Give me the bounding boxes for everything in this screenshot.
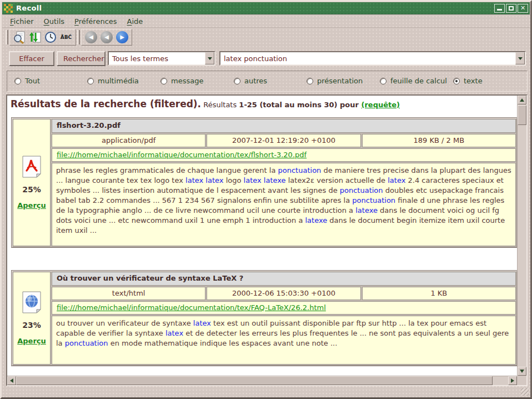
result-date: 2000-12-06 15:03:30 +0100 <box>207 287 360 300</box>
sort-parameters-icon <box>28 31 42 44</box>
highlighted-term: ponctuation <box>65 339 108 347</box>
results-area: Résultats de la recherche (filtered). Ré… <box>6 94 528 386</box>
result-snippet: ou trouver un verificateur de syntaxe la… <box>52 316 516 365</box>
scroll-right-button[interactable] <box>508 376 517 385</box>
search-query-input[interactable]: latex ponctuation <box>219 51 526 66</box>
search-query-value: latex ponctuation <box>220 54 515 63</box>
chevron-down-icon[interactable] <box>205 52 214 64</box>
filter-radio-feuille-de-calcul[interactable]: feuille de calcul <box>380 77 447 85</box>
advanced-search-button[interactable] <box>12 30 27 44</box>
nav-back-button[interactable]: ◀ <box>99 30 114 44</box>
results-content: Résultats de la recherche (filtered). Ré… <box>7 96 517 376</box>
highlighted-term: latex <box>165 329 183 337</box>
html-icon[interactable] <box>22 291 42 313</box>
resize-grip[interactable] <box>521 388 529 396</box>
menu-item-aide[interactable]: Aide <box>123 16 148 27</box>
filter-label: feuille de calcul <box>390 77 447 85</box>
radio-icon <box>453 78 460 84</box>
radio-icon <box>87 78 94 84</box>
result-entry: 25% Aperçu flshort-3.20.pdf application/… <box>11 117 517 248</box>
highlighted-term: latex <box>185 176 203 184</box>
toolbar-handle[interactable] <box>6 30 8 44</box>
titlebar[interactable]: Recoll ✕ <box>2 2 530 14</box>
result-url-link[interactable]: file:///home/michael/informatique/docume… <box>57 303 326 312</box>
result-meta-row: application/pdf 2007-12-01 12:19:20 +010… <box>52 134 516 147</box>
minimize-icon <box>497 9 502 11</box>
clear-button[interactable]: Effacer <box>9 51 54 66</box>
minimize-button[interactable] <box>494 4 505 13</box>
filter-radio-tout[interactable]: Tout <box>14 77 40 85</box>
scroll-up-button[interactable] <box>518 96 526 104</box>
result-mime: text/html <box>52 287 205 300</box>
filter-label: Tout <box>25 77 40 85</box>
highlighted-term: ponctuation <box>278 166 322 174</box>
term-explorer-button[interactable]: ÂBĈ <box>58 30 74 44</box>
result-url-link[interactable]: file:///home/michael/informatique/docume… <box>57 151 307 159</box>
filter-radio-autres[interactable]: autres <box>234 77 267 85</box>
relevance-percent: 23% <box>22 321 41 330</box>
sort-parameters-button[interactable] <box>27 30 43 44</box>
term-explorer-icon: ÂBĈ <box>61 34 72 40</box>
search-button[interactable]: Rechercher <box>57 51 106 66</box>
search-mode-value: Tous les termes <box>109 54 205 63</box>
horizontal-scroll-thumb[interactable] <box>16 376 493 385</box>
maximize-button[interactable] <box>506 4 516 13</box>
highlighted-term: latex <box>205 176 223 184</box>
results-header: Résultats de la recherche (filtered). Ré… <box>11 98 517 109</box>
result-snippet: phrase les regles grammaticales de chaqu… <box>52 163 516 246</box>
result-meta-row: text/html 2000-12-06 15:03:30 +0100 1 KB <box>52 287 516 300</box>
chevron-down-icon[interactable] <box>515 52 525 64</box>
result-date: 2007-12-01 12:19:20 +0100 <box>207 134 360 147</box>
scroll-down-button[interactable] <box>518 367 526 376</box>
nav-forward-button[interactable]: ▶ <box>114 30 130 44</box>
document-history-button[interactable] <box>43 30 58 44</box>
relevance-percent: 25% <box>22 185 41 194</box>
arrow-right-icon <box>511 378 514 383</box>
horizontal-scrollbar[interactable] <box>7 376 517 385</box>
status-bar <box>2 386 530 397</box>
close-button[interactable]: ✕ <box>518 4 528 13</box>
result-title: Où trouver un vérificateur de syntaxe La… <box>52 272 516 286</box>
advanced-search-icon <box>13 31 26 44</box>
results-title: Résultats de la recherche (filtered). <box>11 98 201 109</box>
result-entry: 23% Aperçu Où trouver un vérificateur de… <box>11 270 517 366</box>
radio-icon <box>307 78 313 84</box>
radio-icon <box>14 78 21 84</box>
filter-radio-pre-sentation[interactable]: présentation <box>307 77 363 85</box>
pdf-icon[interactable] <box>22 156 42 178</box>
scroll-left-button[interactable] <box>7 376 16 385</box>
results-count: 1-25 (total au moins 30) pour <box>239 101 361 109</box>
nav-first-icon: ◀ <box>85 31 97 43</box>
menu-item-preferences[interactable]: Préférences <box>70 16 121 27</box>
preview-link[interactable]: Aperçu <box>17 201 46 210</box>
vertical-scroll-thumb[interactable] <box>518 105 526 125</box>
radio-icon <box>380 78 387 84</box>
menu-item-outils[interactable]: Outils <box>39 16 69 27</box>
search-row: Effacer Rechercher Tous les termes latex… <box>2 48 530 68</box>
vertical-scrollbar[interactable] <box>517 96 526 376</box>
recoll-window: Recoll ✕ FichierOutilsPréférencesAide <box>0 0 532 399</box>
result-icon-cell: 23% Aperçu <box>13 272 51 365</box>
preview-link[interactable]: Aperçu <box>17 337 46 345</box>
query-link[interactable]: (requête) <box>361 101 400 109</box>
filter-label: texte <box>464 77 483 85</box>
result-size: 189 KB / 2 MB <box>362 134 516 147</box>
filter-radio-texte[interactable]: texte <box>453 77 483 85</box>
scrollbar-corner <box>517 376 526 385</box>
menu-item-fichier[interactable]: Fichier <box>6 16 38 27</box>
results-list: 25% Aperçu flshort-3.20.pdf application/… <box>11 117 517 366</box>
results-count-prefix: Résultats <box>203 101 239 109</box>
toolbar-handle[interactable] <box>77 30 80 44</box>
filter-radio-multime-dia[interactable]: multimédia <box>87 77 139 85</box>
filter-radio-message[interactable]: message <box>160 77 203 85</box>
highlighted-term: latex <box>388 176 405 184</box>
menubar: FichierOutilsPréférencesAide <box>2 15 530 28</box>
search-mode-select[interactable]: Tous les termes <box>108 51 215 66</box>
close-icon: ✕ <box>520 5 525 11</box>
arrow-left-icon <box>10 378 13 383</box>
highlighted-term: latexe <box>305 216 327 225</box>
filter-label: message <box>171 77 203 85</box>
nav-first-button[interactable]: ◀ <box>83 30 99 44</box>
clock-icon <box>44 31 57 44</box>
filter-label: présentation <box>317 77 363 85</box>
